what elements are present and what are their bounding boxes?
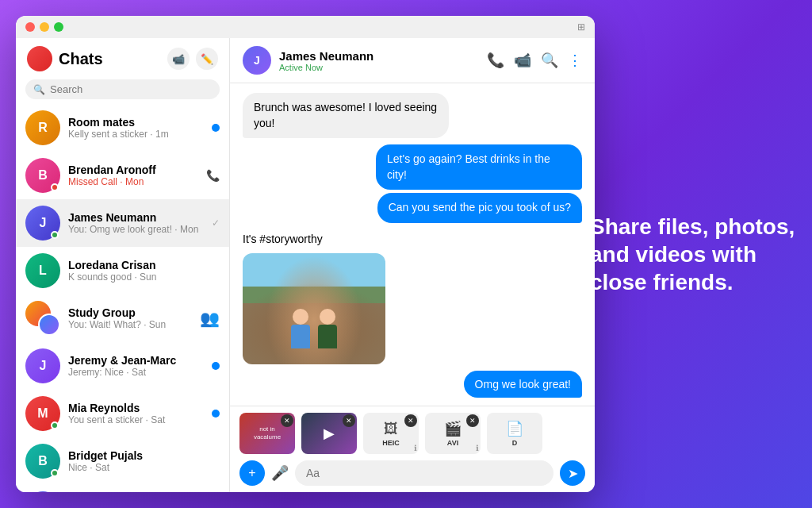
- avatar-placeholder: J: [25, 348, 60, 383]
- remove-file-button[interactable]: ✕: [404, 414, 417, 427]
- message-text: It's #storyworthy: [243, 229, 385, 248]
- contact-name: Bridget Pujals: [68, 449, 220, 462]
- avatar: B: [25, 158, 60, 193]
- file-attachment-avi[interactable]: 🎬 AVI ✕ ℹ: [425, 413, 481, 454]
- traffic-lights: [25, 22, 63, 32]
- avatar: B: [25, 444, 60, 479]
- contact-name: Brendan Aronoff: [68, 164, 198, 176]
- list-item[interactable]: R Room mates Kelly sent a sticker · 1m: [16, 104, 229, 152]
- phone-call-button[interactable]: 📞: [487, 52, 504, 69]
- compose-button[interactable]: ✏️: [196, 48, 218, 70]
- user-avatar[interactable]: [27, 46, 52, 71]
- contact-name: Room mates: [68, 116, 204, 129]
- sidebar-title: Chats: [59, 50, 161, 68]
- message-bubble: Omg we look great!: [464, 371, 582, 398]
- chat-header-actions: 📞 📹 🔍 ⋮: [487, 52, 582, 69]
- app-window: ⊞ Chats 📹 ✏️ 🔍 R: [16, 16, 595, 492]
- list-item[interactable]: J Jeremy & Jean-Marc Jeremy: Nice · Sat: [16, 342, 229, 390]
- remove-attachment-button[interactable]: ✕: [281, 414, 293, 427]
- list-item[interactable]: B Bridget Pujals Nice · Sat: [16, 437, 229, 485]
- messages-area: Brunch was awesome! I loved seeing you! …: [230, 83, 595, 406]
- video-call-button[interactable]: 📹: [514, 52, 531, 69]
- chat-info: Brendan Aronoff Missed Call · Mon: [68, 164, 198, 187]
- chat-info: Study Group You: Wait! What? · Sun: [68, 306, 192, 330]
- search-button[interactable]: 🔍: [541, 52, 558, 69]
- search-icon: 🔍: [33, 84, 45, 95]
- attachment-video[interactable]: ▶ ✕: [301, 413, 357, 454]
- search-bar[interactable]: 🔍: [25, 79, 220, 99]
- video-call-button[interactable]: 📹: [167, 48, 190, 70]
- list-item[interactable]: B Brendan Aronoff Missed Call · Mon 📞: [16, 152, 229, 199]
- sidebar-header: Chats 📹 ✏️: [16, 38, 229, 76]
- chat-preview: You sent a sticker · Sat: [68, 414, 204, 425]
- avatar-placeholder: K: [25, 491, 60, 492]
- status-dot: [51, 231, 59, 239]
- chat-header-avatar: J: [243, 46, 271, 75]
- chat-preview: Missed Call · Mon: [68, 176, 198, 187]
- list-item[interactable]: K Karan & Brian Karan: Wanna get food? ·…: [16, 485, 229, 492]
- list-item[interactable]: M Mia Reynolds You sent a sticker · Sat: [16, 390, 229, 437]
- unread-indicator: [212, 362, 220, 370]
- add-attachment-button[interactable]: +: [239, 460, 265, 486]
- promo-text: Share files, photos, and videos with clo…: [590, 213, 796, 296]
- message-bubble: Can you send the pic you took of us?: [377, 193, 582, 223]
- chat-info: James Neumann You: Omg we look great! · …: [68, 211, 204, 235]
- input-row: + 🎤 ➤: [239, 460, 585, 486]
- attachment-image[interactable]: not in vacalume ✕: [239, 413, 295, 454]
- chat-preview: Jeremy: Nice · Sat: [68, 367, 204, 378]
- input-area: not in vacalume ✕ ▶ ✕ 🖼 HEIC ✕ ℹ 🎬: [230, 406, 595, 492]
- sidebar-actions: 📹 ✏️: [167, 48, 218, 70]
- remove-attachment-button[interactable]: ✕: [343, 414, 355, 427]
- chat-contact-status: Active Now: [279, 63, 479, 72]
- message-input[interactable]: [295, 460, 553, 486]
- chat-preview: Kelly sent a sticker · 1m: [68, 129, 204, 140]
- chat-info: Loredana Crisan K sounds good · Sun: [68, 259, 220, 283]
- file-attachment-heic[interactable]: 🖼 HEIC ✕ ℹ: [363, 413, 419, 454]
- list-item[interactable]: J James Neumann You: Omg we look great! …: [16, 199, 229, 247]
- chat-info: Jeremy & Jean-Marc Jeremy: Nice · Sat: [68, 354, 204, 378]
- minimize-button[interactable]: [40, 22, 49, 32]
- file-icon: 📄: [506, 420, 523, 437]
- close-button[interactable]: [25, 22, 35, 32]
- chat-meta: 📞: [206, 169, 220, 182]
- group-avatar: [25, 301, 60, 336]
- unread-indicator: [212, 124, 220, 132]
- phone-icon: 📞: [206, 169, 220, 182]
- message-row: Omg we look great!: [243, 371, 582, 398]
- contact-name: Study Group: [68, 306, 192, 319]
- send-button[interactable]: ➤: [560, 460, 585, 486]
- contact-name: Mia Reynolds: [68, 402, 204, 414]
- chat-preview: You: Omg we look great! · Mon: [68, 224, 204, 235]
- contact-name: Jeremy & Jean-Marc: [68, 354, 204, 367]
- chat-preview: You: Wait! What? · Sun: [68, 319, 192, 330]
- chat-header-info: James Neumann Active Now: [279, 49, 479, 72]
- list-item[interactable]: Study Group You: Wait! What? · Sun 👥: [16, 294, 229, 342]
- chat-meta: 👥: [200, 309, 220, 328]
- sidebar: Chats 📹 ✏️ 🔍 R Room mates: [16, 38, 230, 492]
- microphone-button[interactable]: 🎤: [271, 464, 289, 482]
- file-icon: 🖼: [384, 421, 398, 437]
- search-input[interactable]: [50, 83, 212, 95]
- file-name: AVI: [447, 439, 458, 447]
- chat-info: Room mates Kelly sent a sticker · 1m: [68, 116, 204, 140]
- chat-contact-name: James Neumann: [279, 49, 479, 63]
- remove-file-button[interactable]: ✕: [466, 414, 479, 427]
- chat-main: J James Neumann Active Now 📞 📹 🔍 ⋮ Brunc…: [230, 38, 595, 492]
- avatar: R: [25, 110, 60, 145]
- window-icon: ⊞: [577, 21, 585, 33]
- avatar-placeholder: L: [25, 253, 60, 288]
- chat-list: R Room mates Kelly sent a sticker · 1m B: [16, 104, 229, 492]
- file-icon: 🎬: [444, 420, 462, 437]
- avatar: J: [25, 206, 60, 241]
- message-bubble: Brunch was awesome! I loved seeing you!: [243, 93, 449, 138]
- avatar: M: [25, 396, 60, 431]
- maximize-button[interactable]: [54, 22, 63, 32]
- more-options-button[interactable]: ⋮: [568, 52, 582, 69]
- unread-indicator: [212, 410, 220, 418]
- file-name: HEIC: [382, 439, 400, 447]
- contact-name: Loredana Crisan: [68, 259, 220, 271]
- file-attachment-d[interactable]: 📄 D: [487, 413, 542, 454]
- chat-header: J James Neumann Active Now 📞 📹 🔍 ⋮: [230, 38, 595, 83]
- list-item[interactable]: L Loredana Crisan K sounds good · Sun: [16, 247, 229, 294]
- file-attachments: not in vacalume ✕ ▶ ✕ 🖼 HEIC ✕ ℹ 🎬: [239, 413, 585, 454]
